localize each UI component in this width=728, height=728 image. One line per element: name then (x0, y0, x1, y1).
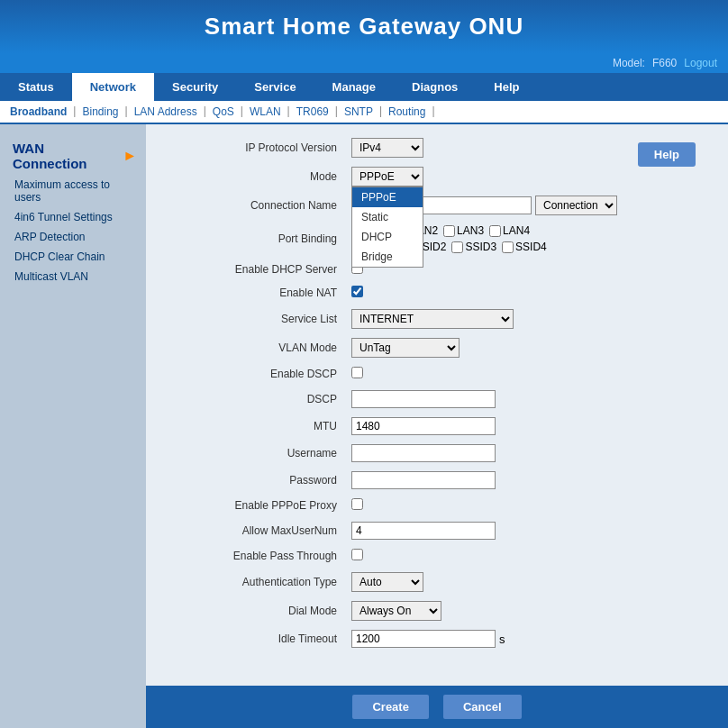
input-password[interactable] (351, 471, 496, 489)
checkbox-label-ssid4[interactable]: SSID4 (502, 241, 547, 253)
tab-service[interactable]: Service (236, 73, 314, 101)
subnav-tr069[interactable]: TR069 (294, 105, 332, 119)
checkbox-ssid4[interactable] (502, 241, 514, 253)
select-service-list[interactable]: INTERNET (351, 309, 514, 329)
row-allow-max-user-num: Allow MaxUserNum (164, 517, 710, 544)
logout-link[interactable]: Logout (684, 57, 717, 69)
checkbox-label-lan3[interactable]: LAN3 (443, 224, 484, 237)
sidebar-arrow-icon: ► (123, 148, 137, 164)
tab-security[interactable]: Security (154, 73, 236, 101)
main-layout: WAN Connection ► Maximum access to users… (0, 124, 728, 728)
label-allow-max-user-num: Allow MaxUserNum (164, 517, 344, 544)
mode-select-wrapper: PPPoE Static DHCP Bridge PPPoE Static DH… (351, 167, 423, 187)
row-ip-protocol-version: IP Protocol Version IPv4 IPv6 (164, 133, 710, 162)
label-enable-pass-through: Enable Pass Through (164, 544, 344, 568)
checkbox-enable-dscp[interactable] (351, 367, 363, 378)
model-value: F660 (652, 57, 677, 69)
row-enable-nat: Enable NAT (164, 281, 710, 305)
sub-nav: Broadband | Binding | LAN Address | QoS … (0, 101, 728, 124)
row-authentication-type: Authentication Type Auto PAP CHAP (164, 568, 710, 596)
content-area: Help IP Protocol Version IPv4 IPv6 Mode (146, 124, 728, 728)
input-allow-max-user-num[interactable] (351, 522, 496, 540)
sidebar-item-tunnel[interactable]: 4in6 Tunnel Settings (0, 207, 146, 227)
row-connection-name: Connection Name Connection (164, 191, 710, 220)
input-username[interactable] (351, 444, 496, 462)
row-dscp: DSCP (164, 386, 710, 413)
sidebar: WAN Connection ► Maximum access to users… (0, 124, 146, 728)
label-port-binding: Port Binding (164, 220, 344, 258)
tab-status[interactable]: Status (0, 73, 72, 101)
cancel-button[interactable]: Cancel (443, 695, 522, 719)
tab-diagnos[interactable]: Diagnos (394, 73, 476, 101)
label-idle-timeout: Idle Timeout (164, 625, 344, 652)
select-dial-mode[interactable]: Always On On Demand Manual (351, 601, 441, 621)
label-mode: Mode (164, 162, 344, 191)
checkbox-label-ssid3[interactable]: SSID3 (451, 241, 496, 253)
subnav-qos[interactable]: QoS (210, 105, 237, 119)
select-vlan-mode[interactable]: UnTag Tag (351, 338, 460, 358)
select-authentication-type[interactable]: Auto PAP CHAP (351, 572, 423, 592)
checkbox-lan4[interactable] (489, 225, 501, 237)
checkbox-lan3[interactable] (443, 225, 455, 237)
sidebar-item-max-access[interactable]: Maximum access to users (0, 175, 146, 207)
row-enable-dscp: Enable DSCP (164, 362, 710, 386)
row-mode: Mode PPPoE Static DHCP Bridge PPPoE (164, 162, 710, 191)
label-enable-dhcp-server: Enable DHCP Server (164, 258, 344, 281)
row-dial-mode: Dial Mode Always On On Demand Manual (164, 596, 710, 625)
row-username: Username (164, 440, 710, 467)
row-mtu: MTU (164, 413, 710, 440)
label-enable-nat: Enable NAT (164, 281, 344, 305)
subnav-binding[interactable]: Binding (79, 105, 121, 119)
mode-dropdown-list: PPPoE Static DHCP Bridge (351, 187, 423, 268)
label-authentication-type: Authentication Type (164, 568, 344, 596)
page-header: Smart Home Gateway ONU (0, 0, 728, 53)
tab-manage[interactable]: Manage (314, 73, 394, 101)
mode-option-pppoe[interactable]: PPPoE (352, 187, 423, 207)
mode-option-static[interactable]: Static (352, 207, 423, 227)
content-wrapper: Help IP Protocol Version IPv4 IPv6 Mode (164, 133, 710, 697)
checkbox-enable-nat[interactable] (351, 286, 363, 297)
select-mode[interactable]: PPPoE Static DHCP Bridge (351, 167, 423, 187)
checkbox-enable-pass-through[interactable] (351, 549, 363, 560)
form-table: IP Protocol Version IPv4 IPv6 Mode PPPoE (164, 133, 710, 652)
input-dscp[interactable] (351, 390, 496, 408)
input-mtu[interactable] (351, 417, 496, 435)
input-idle-timeout[interactable] (351, 630, 496, 648)
row-enable-pppoe-proxy: Enable PPPoE Proxy (164, 494, 710, 517)
checkbox-ssid3[interactable] (451, 241, 463, 253)
tab-network[interactable]: Network (72, 73, 154, 101)
row-password: Password (164, 467, 710, 494)
label-ip-protocol-version: IP Protocol Version (164, 133, 344, 162)
checkbox-enable-pppoe-proxy[interactable] (351, 498, 363, 510)
label-service-list: Service List (164, 305, 344, 333)
label-vlan-mode: VLAN Mode (164, 333, 344, 362)
sidebar-title: WAN Connection ► (0, 133, 146, 175)
subnav-lan-address[interactable]: LAN Address (132, 105, 200, 119)
label-dscp: DSCP (164, 386, 344, 413)
page-title: Smart Home Gateway ONU (0, 13, 728, 41)
subnav-sntp[interactable]: SNTP (341, 105, 376, 119)
create-button[interactable]: Create (352, 695, 428, 719)
tab-help[interactable]: Help (476, 73, 537, 101)
checkbox-label-lan4[interactable]: LAN4 (489, 224, 530, 237)
subnav-wlan[interactable]: WLAN (247, 105, 284, 119)
select-connection-type[interactable]: Connection (535, 196, 617, 215)
sidebar-item-arp[interactable]: ARP Detection (0, 227, 146, 247)
subnav-broadband[interactable]: Broadband (7, 105, 69, 119)
label-enable-pppoe-proxy: Enable PPPoE Proxy (164, 494, 344, 517)
sidebar-item-dhcp-clear[interactable]: DHCP Clear Chain (0, 247, 146, 267)
row-port-binding: Port Binding LAN1 LAN2 LAN3 (164, 220, 710, 258)
mode-option-bridge[interactable]: Bridge (352, 247, 423, 267)
label-username: Username (164, 440, 344, 467)
label-connection-name: Connection Name (164, 191, 344, 220)
top-bar: Model: F660 Logout (0, 53, 728, 73)
mode-option-dhcp[interactable]: DHCP (352, 227, 423, 247)
subnav-routing[interactable]: Routing (386, 105, 428, 119)
sidebar-item-multicast-vlan[interactable]: Multicast VLAN (0, 267, 146, 287)
row-idle-timeout: Idle Timeout s (164, 625, 710, 652)
help-button[interactable]: Help (638, 142, 696, 167)
row-vlan-mode: VLAN Mode UnTag Tag (164, 333, 710, 362)
label-enable-dscp: Enable DSCP (164, 362, 344, 386)
select-ip-protocol-version[interactable]: IPv4 IPv6 (351, 138, 423, 158)
nav-tabs: Status Network Security Service Manage D… (0, 73, 728, 101)
